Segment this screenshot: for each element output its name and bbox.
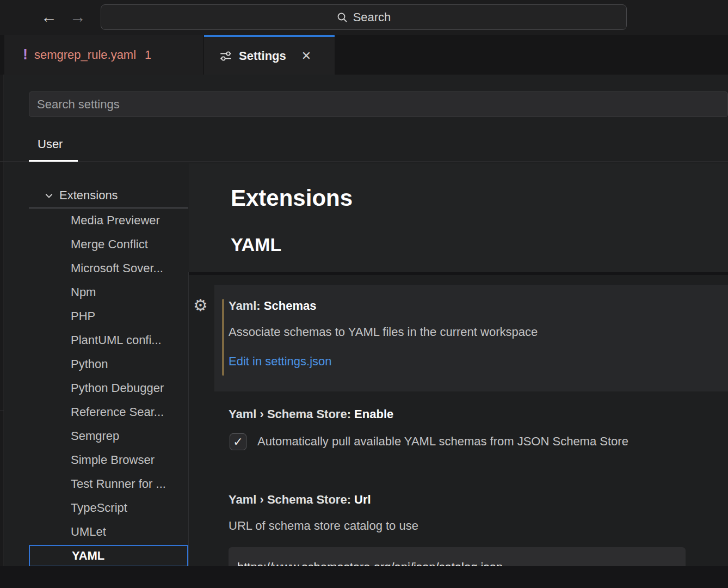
toc-item-extensions[interactable]: Extensions [29,183,188,207]
setting-description-schema-store-url: URL of schema store catalog to use [229,519,418,533]
settings-list: ⚙ Yaml: Schemas Associate schemas to YAM… [189,275,728,566]
setting-category: Yaml › Schema Store: [229,407,354,421]
bottom-panel-band [0,566,728,588]
setting-title-schemas: Yaml: Schemas [229,299,316,313]
command-center-search[interactable]: Search [101,4,627,30]
search-label: Search [353,10,391,24]
back-arrow-icon[interactable]: ← [41,8,57,26]
scope-tabs-divider [0,161,728,162]
toc-item-python[interactable]: Python [29,352,188,376]
toc-item-python-debugger[interactable]: Python Debugger [29,376,188,400]
toc-item-plantuml[interactable]: PlantUML confi... [29,328,188,352]
search-icon [337,12,348,23]
setting-description-schemas: Associate schemas to YAML files in the c… [229,325,538,339]
toc-item-merge-conflict[interactable]: Merge Conflict [29,232,188,256]
settings-toc: Extensions Media Previewer Merge Conflic… [29,183,188,567]
file-tab-problem-badge: 1 [145,48,151,62]
toc-item-reference-search[interactable]: Reference Sear... [29,400,188,424]
edit-in-settings-json-link[interactable]: Edit in settings.json [229,354,332,369]
setting-category: Yaml › Schema Store: [229,493,354,506]
title-bar: ← → Search [0,0,728,35]
tab-settings[interactable]: Settings ✕ [204,35,335,75]
toc-item-php[interactable]: PHP [29,304,188,328]
close-tab-icon[interactable]: ✕ [301,49,311,63]
forward-arrow-icon[interactable]: → [70,8,86,26]
yaml-file-icon: ! [23,46,28,63]
tab-bar-empty-space [335,35,728,75]
schema-store-url-input[interactable] [229,547,686,566]
settings-editor: User Extensions Media Previewer Merge Co… [0,75,728,566]
gear-icon[interactable]: ⚙ [193,296,208,315]
setting-category: Yaml: [229,299,264,313]
toc-item-media-previewer[interactable]: Media Previewer [29,209,188,232]
tab-bar-spacer [0,35,4,75]
setting-title-schema-store-enable: Yaml › Schema Store: Enable [229,407,393,421]
setting-name: Url [354,493,371,506]
setting-name: Enable [354,407,393,421]
toc-item-yaml-selected[interactable]: YAML [29,545,188,567]
chevron-down-icon [44,191,54,200]
file-tab-label: semgrep_rule.yaml [34,48,136,62]
schema-store-enable-checkbox[interactable]: ✓ [230,433,246,450]
settings-search-input[interactable] [29,91,728,117]
scope-tab-user[interactable]: User [38,137,63,151]
toc-item-test-runner[interactable]: Test Runner for ... [29,472,188,496]
left-edge-strip [0,75,4,566]
settings-section-heading: YAML [231,234,281,255]
toc-item-typescript[interactable]: TypeScript [29,496,188,520]
setting-name: Schemas [264,299,317,313]
toc-item-umlet[interactable]: UMLet [29,520,188,544]
scope-tab-active-underline [29,160,78,162]
toc-item-npm[interactable]: Npm [29,280,188,304]
toc-item-semgrep[interactable]: Semgrep [29,424,188,448]
checkmark-icon: ✓ [233,435,243,449]
toc-item-microsoft-sovereign[interactable]: Microsoft Sover... [29,256,188,280]
schema-store-enable-label[interactable]: Automatically pull available YAML schema… [257,434,628,449]
settings-breadcrumb-heading: Extensions [231,185,353,211]
toc-item-simple-browser[interactable]: Simple Browser [29,448,188,472]
setting-title-schema-store-url: Yaml › Schema Store: Url [229,493,371,507]
editor-tab-bar: ! semgrep_rule.yaml 1 Settings ✕ [0,35,728,75]
settings-tab-label: Settings [239,49,286,63]
modified-indicator-bar [222,299,224,376]
toc-root-label: Extensions [59,188,118,203]
tab-semgrep-rule-yaml[interactable]: ! semgrep_rule.yaml 1 [4,35,204,75]
settings-sliders-icon [219,50,232,63]
